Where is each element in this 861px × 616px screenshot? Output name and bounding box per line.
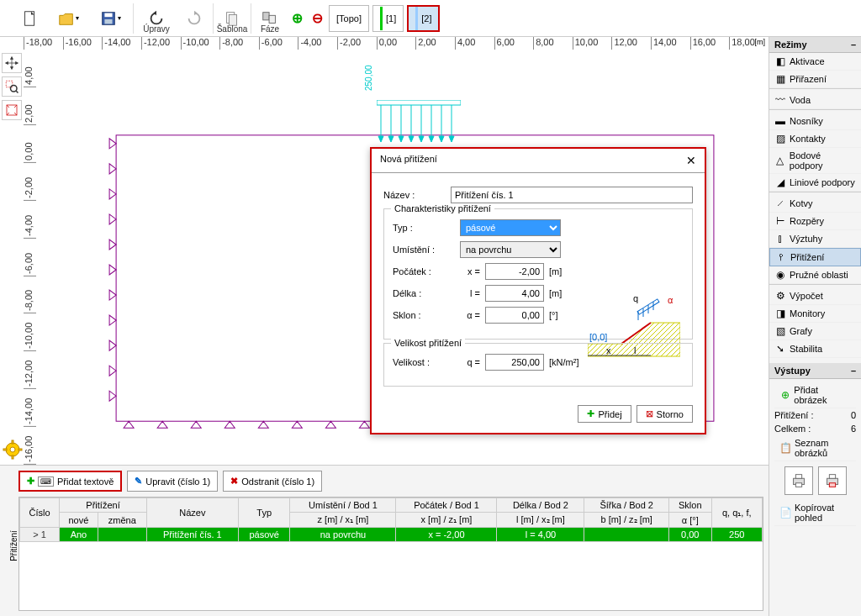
- bottom-panel: Přitížení ✚⌨Přidat textově ✎Upravit (čís…: [0, 465, 769, 616]
- svg-rect-37: [12, 455, 13, 459]
- mode-icon: ◧: [774, 55, 786, 67]
- slope-field[interactable]: [485, 307, 544, 324]
- mode-item-výztuhy[interactable]: ⫿Výztuhy: [769, 230, 861, 248]
- mode-icon: ▨: [774, 133, 786, 145]
- new-load-dialog: Nová přitížení ✕ Název : Charakteristiky…: [370, 147, 706, 434]
- svg-rect-38: [3, 449, 7, 450]
- add-phase-button[interactable]: ⊕: [288, 2, 305, 35]
- mode-icon: △: [774, 155, 786, 166]
- mode-item-kontakty[interactable]: ▨Kontakty: [769, 130, 861, 148]
- svg-marker-25: [409, 136, 414, 142]
- svg-marker-2: [60, 13, 73, 24]
- start-field[interactable]: [485, 263, 544, 280]
- add-text-button[interactable]: ✚⌨Přidat textově: [18, 471, 122, 492]
- phase-topo-button[interactable]: [Topo]: [329, 5, 369, 32]
- mode-item-výpočet[interactable]: ⚙Výpočet: [769, 287, 861, 305]
- type-select[interactable]: pásové: [460, 219, 561, 236]
- open-file-button[interactable]: ▾: [49, 2, 87, 35]
- modes-panel-header: Režimy–: [769, 37, 861, 53]
- svg-text:[0,0]: [0,0]: [589, 332, 607, 342]
- mode-item-stabilita[interactable]: ➘Stabilita: [769, 340, 861, 358]
- settings-gear-button[interactable]: [2, 439, 24, 461]
- save-file-button[interactable]: ▾: [91, 2, 129, 35]
- mode-item-nosníky[interactable]: ▬Nosníky: [769, 113, 861, 130]
- mode-item-přitížení[interactable]: ⫯Přitížení: [769, 248, 861, 266]
- minimize-icon[interactable]: –: [851, 366, 856, 376]
- name-field[interactable]: [451, 187, 693, 203]
- template-button[interactable]: Šablona: [217, 2, 247, 35]
- svg-marker-31: [439, 136, 444, 142]
- mode-icon: ▦: [774, 73, 786, 85]
- out-total-label: Celkem :: [774, 424, 811, 434]
- svg-marker-27: [419, 136, 424, 142]
- horizontal-ruler: -18,00-16,00-14,00-12,00-10,00-8,00-6,00…: [24, 37, 769, 50]
- zoom-tool-button[interactable]: [2, 76, 22, 97]
- undo-button[interactable]: [179, 2, 209, 35]
- left-tool-strip: [0, 50, 24, 124]
- mode-item-pružné oblasti[interactable]: ◉Pružné oblasti: [769, 266, 861, 284]
- mode-item-voda[interactable]: 〰Voda: [769, 92, 861, 109]
- svg-point-35: [10, 447, 15, 452]
- pan-tool-button[interactable]: [2, 53, 22, 73]
- svg-rect-4: [104, 13, 112, 17]
- svg-rect-44: [829, 475, 835, 479]
- mode-item-kotvy[interactable]: ⟋Kotvy: [769, 195, 861, 213]
- svg-rect-39: [18, 449, 22, 450]
- modes-list: ◧Aktivace▦Přiřazení〰Voda▬Nosníky▨Kontakt…: [769, 53, 861, 358]
- copy-view-button[interactable]: 📄Kopírovat pohled: [774, 500, 856, 526]
- delete-button[interactable]: ✖Odstranit (číslo 1): [223, 471, 322, 492]
- load-value-label: 250,00: [364, 65, 373, 91]
- close-icon[interactable]: ✕: [686, 154, 696, 167]
- name-label: Název :: [383, 190, 451, 200]
- ruler-unit: [m]: [755, 38, 766, 46]
- picture-list-button[interactable]: 📋Seznam obrázků: [774, 435, 856, 461]
- add-picture-button[interactable]: ⊕Přidat obrázek: [774, 382, 856, 408]
- bottom-panel-label: Přitížení: [9, 530, 18, 561]
- print-color-button[interactable]: [818, 466, 847, 495]
- mode-item-liniové podpory[interactable]: ◢Liniové podpory: [769, 174, 861, 192]
- out-load-value: 0: [851, 410, 856, 420]
- mode-item-bodové podpory[interactable]: △Bodové podpory: [769, 148, 861, 174]
- svg-marker-21: [388, 136, 394, 142]
- outputs-panel-header: Výstupy–: [769, 363, 861, 379]
- edit-menu-button[interactable]: Úpravy: [137, 2, 176, 35]
- length-field[interactable]: [485, 285, 544, 302]
- svg-marker-33: [449, 136, 454, 142]
- mode-icon: ◢: [774, 176, 786, 188]
- mode-icon: ⊢: [774, 215, 786, 227]
- edit-button[interactable]: ✎Upravit (číslo 1): [127, 471, 218, 492]
- table-row[interactable]: > 1 Ano Přitížení čís. 1 pásové na povrc…: [20, 528, 763, 542]
- svg-text:α: α: [668, 295, 673, 305]
- cancel-button[interactable]: ⊠Storno: [637, 405, 693, 423]
- length-label: Délka :: [393, 288, 460, 298]
- mode-item-rozpěry[interactable]: ⊢Rozpěry: [769, 213, 861, 230]
- load-arrows-icon: 250,00: [377, 100, 461, 148]
- new-file-button[interactable]: [15, 2, 45, 35]
- svg-rect-41: [795, 475, 801, 479]
- loads-table[interactable]: Číslo Přitížení Název Typ Umístění / Bod…: [19, 498, 763, 542]
- magnitude-label: Velikost :: [393, 357, 460, 367]
- mode-icon: ⚙: [774, 290, 786, 302]
- main-toolbar: Soubor ▾ ▾ Úpravy Šablona Fáze ⊕ ⊖ [Topo…: [0, 0, 861, 37]
- minimize-icon[interactable]: –: [851, 39, 856, 50]
- svg-text:q: q: [633, 293, 638, 303]
- phase-1-button[interactable]: [1]: [372, 5, 404, 32]
- mode-item-aktivace[interactable]: ◧Aktivace: [769, 53, 861, 71]
- svg-rect-11: [269, 15, 275, 23]
- mode-item-monitory[interactable]: ◨Monitory: [769, 305, 861, 323]
- add-button[interactable]: ✚Přidej: [578, 405, 631, 423]
- location-select[interactable]: na povrchu: [460, 241, 561, 258]
- fit-view-button[interactable]: [2, 100, 22, 120]
- slope-label: Sklon :: [393, 310, 460, 320]
- mode-item-přiřazení[interactable]: ▦Přiřazení: [769, 71, 861, 88]
- phases-button[interactable]: Fáze: [255, 2, 285, 35]
- out-total-value: 6: [851, 424, 856, 434]
- svg-line-14: [16, 91, 18, 92]
- print-button[interactable]: [784, 466, 813, 495]
- remove-phase-button[interactable]: ⊖: [309, 2, 325, 35]
- location-label: Umístění :: [393, 245, 460, 255]
- magnitude-field[interactable]: [485, 354, 544, 371]
- mode-icon: ➘: [774, 343, 786, 355]
- mode-item-grafy[interactable]: ▧Grafy: [769, 323, 861, 340]
- phase-2-button[interactable]: [2]: [407, 5, 440, 32]
